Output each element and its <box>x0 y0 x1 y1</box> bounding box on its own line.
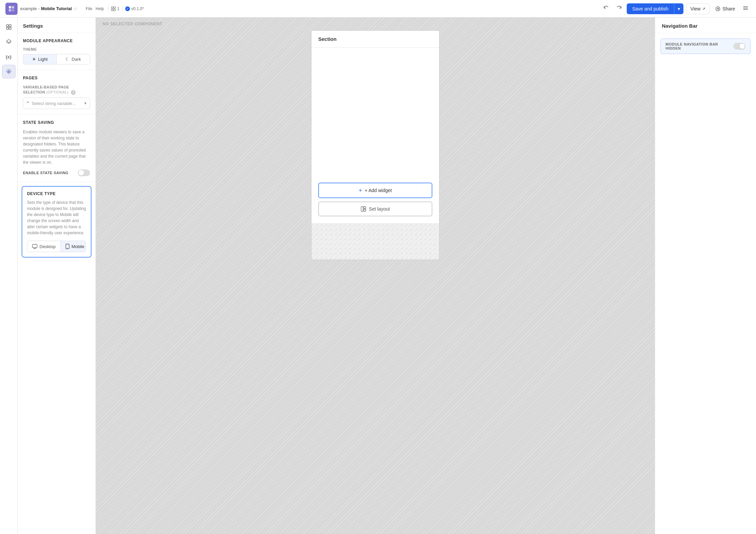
settings-panel-title: Settings <box>18 18 96 33</box>
enable-state-saving-label: ENABLE STATE SAVING <box>23 171 69 175</box>
var-label: VARIABLE-BASED PAGE <box>23 85 69 89</box>
pages-section-title: PAGES <box>23 76 90 80</box>
breadcrumb-parent[interactable]: example <box>20 6 37 11</box>
undo-button[interactable] <box>601 3 611 15</box>
state-saving-title: STATE SAVING <box>23 120 90 125</box>
state-saving-description: Enables module viewers to save a version… <box>23 129 90 165</box>
light-label: Light <box>38 57 48 62</box>
svg-rect-22 <box>364 209 366 211</box>
enable-state-saving-toggle[interactable] <box>78 169 90 176</box>
svg-rect-7 <box>114 9 115 11</box>
canvas-area: NO SELECTED COMPONENT Section + + Add wi… <box>96 18 655 534</box>
menu-button[interactable] <box>740 3 751 15</box>
nav-bar-hidden-row: MODULE NAVIGATION BAR HIDDEN <box>660 38 751 54</box>
file-help-menu: File Help <box>84 6 105 12</box>
canvas-section-text: Section <box>318 36 336 42</box>
hamburger-icon <box>742 5 749 11</box>
optional-label: (OPTIONAL) <box>46 90 69 94</box>
app-logo-icon[interactable] <box>5 3 18 15</box>
device-type-toggle: Desktop Mobile <box>27 241 86 252</box>
view-button[interactable]: View ↗ <box>686 3 710 14</box>
save-publish-dropdown-icon[interactable]: ▾ <box>674 3 683 14</box>
desktop-label: Desktop <box>39 244 56 249</box>
nav-bar-hidden-label: MODULE NAVIGATION BAR HIDDEN <box>666 42 733 50</box>
svg-rect-13 <box>9 25 11 27</box>
module-appearance-title: MODULE APPEARANCE <box>23 38 90 43</box>
navigation-bar-panel-title: Navigation Bar <box>655 18 756 33</box>
device-desktop-button[interactable]: Desktop <box>27 241 61 252</box>
version-label: v0.1.0* <box>131 6 144 11</box>
breadcrumb: example › Mobile Tutorial ☆ <box>20 6 78 11</box>
add-widget-button[interactable]: + + Add widget <box>318 183 432 198</box>
share-icon <box>715 6 721 11</box>
nav-bar-section: MODULE NAVIGATION BAR HIDDEN <box>655 33 756 59</box>
meta-divider <box>108 6 108 11</box>
view-label: View <box>691 6 701 11</box>
topbar-meta: File Help 1 v0.1.0* <box>84 6 144 12</box>
state-saving-section: STATE SAVING Enables module viewers to s… <box>18 115 96 182</box>
desktop-icon <box>32 244 37 249</box>
theme-light-button[interactable]: ☀ Light <box>23 54 57 64</box>
set-layout-button[interactable]: Set layout <box>318 202 432 216</box>
mobile-icon <box>65 244 70 249</box>
svg-rect-15 <box>9 27 11 29</box>
topbar: example › Mobile Tutorial ☆ File Help 1 <box>0 0 756 18</box>
canvas-no-component-label: NO SELECTED COMPONENT <box>96 18 655 30</box>
svg-rect-9 <box>743 6 748 7</box>
canvas-section-label: Section <box>312 31 439 48</box>
svg-rect-4 <box>111 7 113 8</box>
redo-button[interactable] <box>614 3 624 15</box>
instances-badge: 1 <box>111 6 119 11</box>
svg-rect-0 <box>9 6 11 8</box>
sidebar-item-layers[interactable] <box>2 35 16 49</box>
canvas-content: Section + + Add widget <box>96 30 655 260</box>
plus-icon: + <box>359 187 362 193</box>
canvas-frame: Section + + Add widget <box>311 30 439 260</box>
help-menu-item[interactable]: Help <box>94 6 105 12</box>
topbar-actions: Save and publish ▾ View ↗ Share <box>601 3 751 15</box>
version-badge[interactable]: v0.1.0* <box>125 6 144 11</box>
share-label: Share <box>723 6 735 11</box>
favorite-star-icon[interactable]: ☆ <box>73 6 78 11</box>
string-variable-icon: " <box>27 101 29 106</box>
module-appearance-section: MODULE APPEARANCE THEME ☀ Light ☾ Dark <box>18 33 96 70</box>
svg-point-19 <box>67 248 68 248</box>
add-widget-label: + Add widget <box>364 188 392 193</box>
svg-rect-2 <box>9 9 11 11</box>
set-layout-label: Set layout <box>369 206 390 212</box>
sidebar-item-settings[interactable] <box>2 65 16 78</box>
variable-label-row: VARIABLE-BASED PAGE SELECTION (OPTIONAL)… <box>23 84 90 95</box>
page-variable-placeholder: Select string variable... <box>32 101 82 106</box>
device-type-title: DEVICE TYPE <box>27 191 86 196</box>
svg-rect-3 <box>12 9 14 11</box>
svg-rect-1 <box>12 6 14 8</box>
canvas-inner <box>312 48 439 176</box>
canvas-action-buttons: + + Add widget Set layout <box>312 176 439 223</box>
pages-section: PAGES VARIABLE-BASED PAGE SELECTION (OPT… <box>18 70 96 115</box>
theme-dark-button[interactable]: ☾ Dark <box>57 54 90 64</box>
save-publish-label: Save and publish <box>627 3 674 14</box>
file-menu-item[interactable]: File <box>84 6 93 12</box>
device-type-section: DEVICE TYPE Sets the type of device that… <box>22 186 91 258</box>
save-publish-button[interactable]: Save and publish ▾ <box>627 3 683 14</box>
breadcrumb-title: Mobile Tutorial <box>41 6 72 11</box>
dark-label: Dark <box>72 57 81 62</box>
instances-count: 1 <box>117 6 119 11</box>
page-variable-select[interactable]: " Select string variable... ▾ <box>23 98 90 109</box>
svg-rect-17 <box>32 244 37 248</box>
version-dot-icon <box>125 6 130 11</box>
device-mobile-button[interactable]: Mobile <box>61 241 86 252</box>
sidebar-item-pages[interactable] <box>2 20 16 34</box>
share-button[interactable]: Share <box>712 4 738 14</box>
enable-state-saving-row: ENABLE STATE SAVING <box>23 169 90 176</box>
svg-rect-11 <box>743 9 748 10</box>
settings-panel: Settings MODULE APPEARANCE THEME ☀ Light… <box>18 18 96 534</box>
help-icon[interactable]: ? <box>71 90 76 95</box>
icon-bar: {x} <box>0 18 18 534</box>
svg-rect-12 <box>6 25 8 27</box>
main-layout: {x} Settings MODULE APPEARANCE THEME ☀ L… <box>0 18 756 534</box>
moon-icon: ☾ <box>65 57 70 62</box>
nav-bar-hidden-toggle[interactable] <box>733 43 746 50</box>
navigation-bar-panel: Navigation Bar MODULE NAVIGATION BAR HID… <box>655 18 756 534</box>
sidebar-item-variables[interactable]: {x} <box>2 50 16 63</box>
